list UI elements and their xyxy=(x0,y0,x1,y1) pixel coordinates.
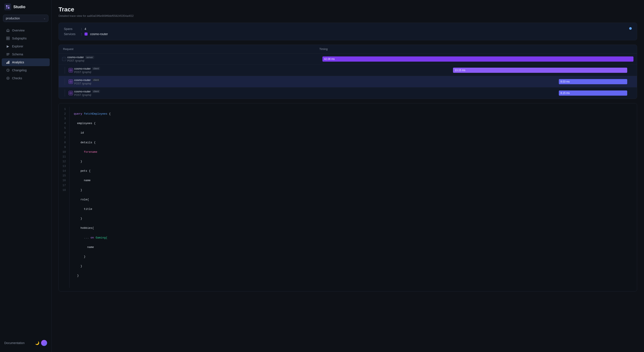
svg-rect-6 xyxy=(8,37,10,38)
line-number: 15 xyxy=(62,173,66,178)
analytics-icon xyxy=(6,60,10,64)
code-line: query fetchEmployees { xyxy=(74,112,111,116)
services-row: Services : cosmo-router xyxy=(64,32,632,36)
code-line: id xyxy=(74,130,111,135)
timing-cell: 8.15 ms xyxy=(319,88,637,98)
sidebar-item-changelog[interactable]: Changelog xyxy=(2,66,50,74)
service-name: cosmo-router xyxy=(74,90,91,93)
sidebar-bottom-icons: 🌙 xyxy=(35,340,47,346)
col-request: Request xyxy=(63,47,320,51)
trace-viz-card: Request Timing − cosmo-router server POS… xyxy=(58,45,637,99)
req-service: cosmo-router client xyxy=(74,78,100,82)
service-name: cosmo-router xyxy=(67,56,84,59)
line-number: 5 xyxy=(62,126,66,130)
sidebar-item-label: Analytics xyxy=(12,61,24,64)
documentation-link[interactable]: Documentation xyxy=(4,341,24,345)
line-number: 4 xyxy=(62,121,66,126)
service-name: cosmo-router xyxy=(74,67,91,70)
req-service: cosmo-router client xyxy=(74,90,100,93)
line-number: 7 xyxy=(62,135,66,140)
timing-value: 8.15 ms xyxy=(560,92,570,95)
line-number: 2 xyxy=(62,112,66,116)
env-selector[interactable]: production ⌄ xyxy=(3,15,48,22)
span-type: server xyxy=(85,56,94,59)
sidebar-bottom: Documentation 🌙 xyxy=(0,337,52,348)
sidebar-item-label: Checks xyxy=(12,76,22,80)
svg-rect-7 xyxy=(6,39,8,40)
service-icon xyxy=(68,68,73,72)
user-avatar[interactable] xyxy=(41,340,47,346)
timing-bar-container: 42.08 ms xyxy=(322,56,634,62)
theme-icon[interactable]: 🌙 xyxy=(35,341,39,345)
sidebar-item-analytics[interactable]: Analytics xyxy=(2,58,50,66)
code-card: 1 2 3 4 5 6 7 8 9 10 11 12 13 14 15 16 1… xyxy=(58,103,637,291)
subgraphs-icon xyxy=(6,36,10,40)
line-number: 18 xyxy=(62,188,66,193)
timing-bar-container: 8.03 ms xyxy=(322,79,634,85)
sidebar: Studio production ⌄ Overview xyxy=(0,0,52,352)
svg-rect-11 xyxy=(6,55,8,55)
service-icon xyxy=(68,91,73,95)
timing-cell: 8.03 ms xyxy=(319,76,637,87)
req-info: cosmo-router server POST /graphql xyxy=(67,56,94,62)
svg-rect-9 xyxy=(6,53,10,54)
sidebar-item-subgraphs[interactable]: Subgraphs xyxy=(2,35,50,42)
status-dot xyxy=(629,27,632,30)
sidebar-item-explorer[interactable]: ▶ Explorer xyxy=(2,43,50,50)
line-number: 14 xyxy=(62,169,66,173)
req-info: cosmo-router client POST /graphql xyxy=(74,90,100,96)
svg-rect-5 xyxy=(6,37,8,38)
trace-header: Request Timing xyxy=(59,45,637,53)
timing-bar: 8.15 ms xyxy=(559,90,627,96)
sidebar-item-label: Schema xyxy=(12,53,23,56)
req-service: cosmo-router client xyxy=(74,67,100,70)
service-color-dot xyxy=(84,33,88,36)
span-type: client xyxy=(92,78,100,81)
spans-label: Spans xyxy=(64,27,79,31)
page-title: Trace xyxy=(58,6,637,13)
logo-icon xyxy=(4,4,11,10)
req-path: POST /graphql xyxy=(74,93,100,96)
timing-bar-container: 8.15 ms xyxy=(322,90,634,96)
request-cell: − cosmo-router server POST /graphql xyxy=(59,53,319,64)
req-path: POST /graphql xyxy=(74,82,100,85)
sidebar-item-overview[interactable]: Overview xyxy=(2,27,50,34)
line-number: 12 xyxy=(62,159,66,164)
sidebar-item-label: Subgraphs xyxy=(12,37,27,40)
line-number: 1 xyxy=(62,107,66,112)
main-nav: Overview Subgraphs ▶ Explorer xyxy=(0,26,52,82)
svg-rect-12 xyxy=(6,63,7,64)
svg-rect-13 xyxy=(8,62,8,64)
page-subtitle: Detailed trace view for aa80a03f6e909f6b… xyxy=(58,14,637,18)
schema-icon xyxy=(6,52,10,56)
collapse-button[interactable]: − xyxy=(62,57,66,61)
sidebar-item-schema[interactable]: Schema xyxy=(2,50,50,58)
svg-rect-0 xyxy=(6,5,8,7)
timing-bar: 42.08 ms xyxy=(322,56,634,62)
line-number: 16 xyxy=(62,178,66,183)
code-line: title xyxy=(74,207,111,212)
logo-area: Studio xyxy=(0,4,52,15)
svg-rect-1 xyxy=(8,5,10,7)
main-content: Trace Detailed trace view for aa80a03f6e… xyxy=(52,0,644,352)
code-line: } xyxy=(74,159,111,164)
sidebar-item-checks[interactable]: Checks xyxy=(2,74,50,82)
timing-bar: 13.15 ms xyxy=(453,68,627,73)
req-service: cosmo-router server xyxy=(67,56,94,59)
code-line: } xyxy=(74,188,111,193)
req-path: POST /graphql xyxy=(67,59,94,62)
sidebar-item-label: Overview xyxy=(12,29,24,32)
line-number: 11 xyxy=(62,154,66,159)
changelog-icon xyxy=(6,68,10,72)
svg-rect-4 xyxy=(8,31,8,32)
span-type: client xyxy=(92,90,100,93)
svg-rect-2 xyxy=(6,7,8,9)
sidebar-item-label: Explorer xyxy=(12,45,23,48)
req-path: POST /graphql xyxy=(74,71,100,74)
home-icon xyxy=(6,29,10,32)
line-number: 10 xyxy=(62,150,66,154)
timing-bar: 8.03 ms xyxy=(559,79,627,84)
req-info: cosmo-router client POST /graphql xyxy=(74,78,100,85)
timing-value: 8.03 ms xyxy=(560,80,570,83)
code-line: name xyxy=(74,245,111,250)
